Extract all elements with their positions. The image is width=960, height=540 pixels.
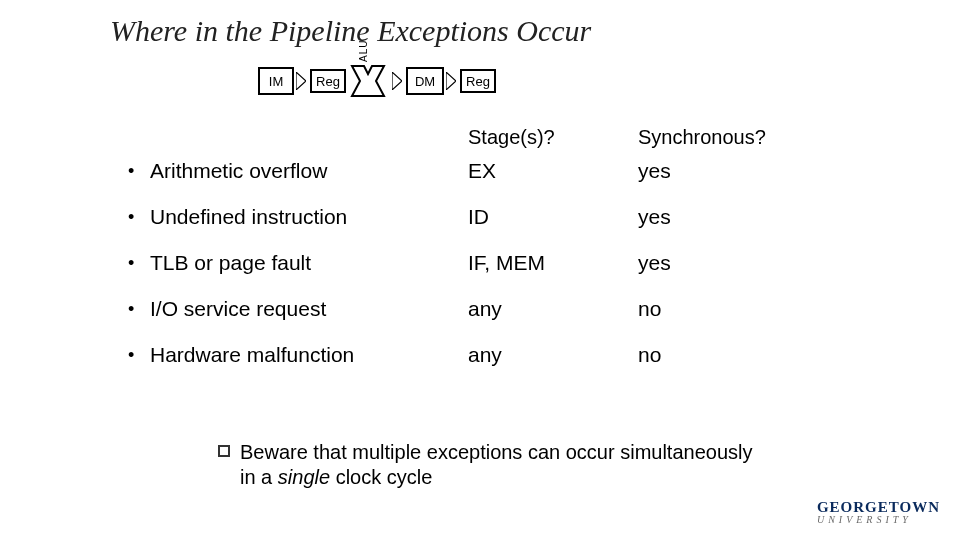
pipeline-stage-reg-1: Reg xyxy=(310,69,346,93)
chevron-icon xyxy=(392,72,402,90)
sync-cell: no xyxy=(638,343,798,367)
sync-cell: yes xyxy=(638,205,798,229)
chevron-icon xyxy=(296,72,306,90)
pipeline-stage-reg-2: Reg xyxy=(460,69,496,93)
cause-cell: Undefined instruction xyxy=(150,205,468,229)
cause-cell: Arithmetic overflow xyxy=(150,159,468,183)
alu-label: ALU xyxy=(358,40,369,62)
bullet-icon: • xyxy=(128,299,150,320)
table-row: • Arithmetic overflow EX yes xyxy=(128,159,848,183)
cause-cell: TLB or page fault xyxy=(150,251,468,275)
footnote: Beware that multiple exceptions can occu… xyxy=(218,440,758,490)
header-stage: Stage(s)? xyxy=(468,126,638,149)
table-row: • I/O service request any no xyxy=(128,297,848,321)
bullet-icon: • xyxy=(128,207,150,228)
table-header: Stage(s)? Synchronous? xyxy=(128,126,848,149)
georgetown-logo: GEORGETOWN UNIVERSITY xyxy=(817,500,940,524)
table-row: • Hardware malfunction any no xyxy=(128,343,848,367)
stage-cell: any xyxy=(468,297,638,321)
header-sync: Synchronous? xyxy=(638,126,818,149)
sync-cell: no xyxy=(638,297,798,321)
alu-icon xyxy=(350,64,386,98)
bullet-icon: • xyxy=(128,161,150,182)
bullet-icon: • xyxy=(128,345,150,366)
slide-title: Where in the Pipeline Exceptions Occur xyxy=(110,14,591,48)
pipeline-stage-dm: DM xyxy=(406,67,444,95)
stage-cell: ID xyxy=(468,205,638,229)
table-row: • Undefined instruction ID yes xyxy=(128,205,848,229)
stage-cell: EX xyxy=(468,159,638,183)
cause-cell: I/O service request xyxy=(150,297,468,321)
table-row: • TLB or page fault IF, MEM yes xyxy=(128,251,848,275)
footnote-text: Beware that multiple exceptions can occu… xyxy=(240,440,758,490)
bullet-icon: • xyxy=(128,253,150,274)
stage-cell: IF, MEM xyxy=(468,251,638,275)
square-bullet-icon xyxy=(218,445,230,457)
stage-cell: any xyxy=(468,343,638,367)
chevron-icon xyxy=(446,72,456,90)
pipeline-diagram: IM Reg ALU DM Reg xyxy=(258,64,496,98)
logo-top-text: GEORGETOWN xyxy=(817,500,940,514)
pipeline-stage-im: IM xyxy=(258,67,294,95)
logo-bottom-text: UNIVERSITY xyxy=(817,515,940,525)
cause-cell: Hardware malfunction xyxy=(150,343,468,367)
sync-cell: yes xyxy=(638,251,798,275)
sync-cell: yes xyxy=(638,159,798,183)
pipeline-stage-alu: ALU xyxy=(350,64,386,98)
exception-table: Stage(s)? Synchronous? • Arithmetic over… xyxy=(128,126,848,389)
